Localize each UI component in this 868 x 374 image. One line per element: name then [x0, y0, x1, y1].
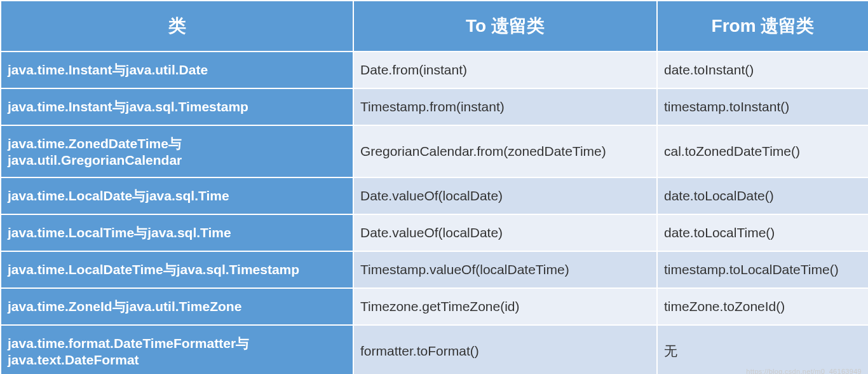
table-row: java.time.LocalDate与java.sql.Time Date.v…	[1, 177, 868, 214]
header-from-legacy: From 遗留类	[657, 1, 868, 52]
cell-from: date.toInstant()	[657, 52, 868, 88]
table-header-row: 类 To 遗留类 From 遗留类	[1, 1, 868, 52]
header-to-legacy: To 遗留类	[353, 1, 657, 52]
cell-to: Date.valueOf(localDate)	[353, 177, 657, 214]
cell-class: java.time.LocalTime与java.sql.Time	[1, 214, 353, 251]
cell-class: java.time.ZoneId与java.util.TimeZone	[1, 288, 353, 325]
header-class: 类	[1, 1, 353, 52]
cell-to: Timestamp.from(instant)	[353, 88, 657, 125]
table-row: java.time.ZonedDateTime与java.util.Gregor…	[1, 125, 868, 177]
cell-to: Timezone.getTimeZone(id)	[353, 288, 657, 325]
table-row: java.time.LocalDateTime与java.sql.Timesta…	[1, 251, 868, 288]
cell-from: cal.toZonedDateTime()	[657, 125, 868, 177]
table-row: java.time.format.DateTimeFormatter与java.…	[1, 325, 868, 374]
cell-to: GregorianCalendar.from(zonedDateTime)	[353, 125, 657, 177]
cell-to: formatter.toFormat()	[353, 325, 657, 374]
cell-class: java.time.Instant与java.sql.Timestamp	[1, 88, 353, 125]
cell-class: java.time.format.DateTimeFormatter与java.…	[1, 325, 353, 374]
cell-from: timestamp.toInstant()	[657, 88, 868, 125]
table-row: java.time.LocalTime与java.sql.Time Date.v…	[1, 214, 868, 251]
cell-class: java.time.LocalDateTime与java.sql.Timesta…	[1, 251, 353, 288]
cell-from: timestamp.toLocalDateTime()	[657, 251, 868, 288]
cell-from: timeZone.toZoneId()	[657, 288, 868, 325]
table-row: java.time.Instant与java.sql.Timestamp Tim…	[1, 88, 868, 125]
cell-class: java.time.Instant与java.util.Date	[1, 52, 353, 88]
cell-to: Date.valueOf(localDate)	[353, 214, 657, 251]
cell-from: date.toLocalDate()	[657, 177, 868, 214]
cell-to: Date.from(instant)	[353, 52, 657, 88]
java-time-conversion-table: 类 To 遗留类 From 遗留类 java.time.Instant与java…	[0, 0, 868, 374]
cell-class: java.time.LocalDate与java.sql.Time	[1, 177, 353, 214]
table-row: java.time.ZoneId与java.util.TimeZone Time…	[1, 288, 868, 325]
table-row: java.time.Instant与java.util.Date Date.fr…	[1, 52, 868, 88]
cell-from: date.toLocalTime()	[657, 214, 868, 251]
cell-class: java.time.ZonedDateTime与java.util.Gregor…	[1, 125, 353, 177]
watermark-text: https://blog.csdn.net/m0_46163949	[746, 368, 862, 374]
cell-to: Timestamp.valueOf(localDateTime)	[353, 251, 657, 288]
cell-from: 无	[657, 325, 868, 374]
